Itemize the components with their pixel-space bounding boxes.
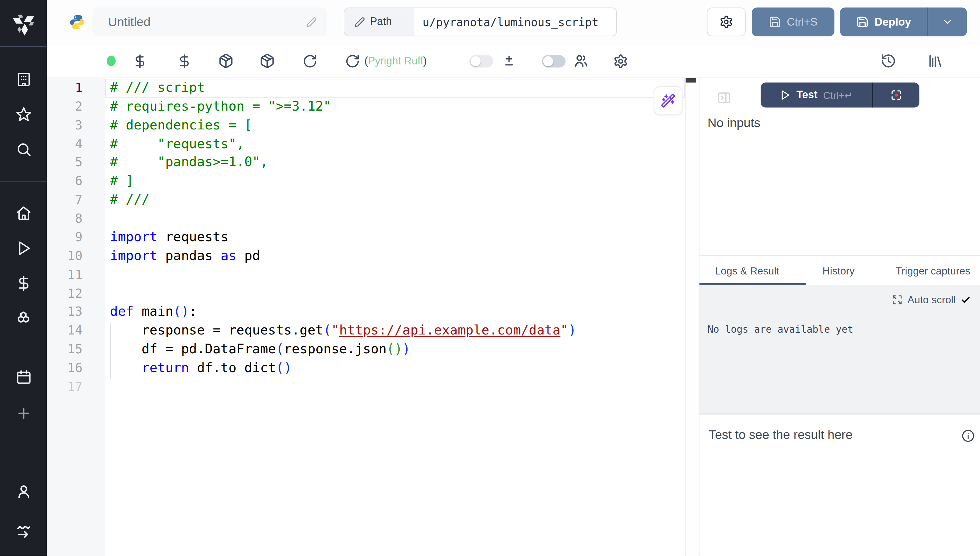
save-draft-button[interactable]: Ctrl+S: [752, 8, 835, 37]
package-icon: [260, 53, 275, 69]
path-label-segment: Path: [344, 8, 414, 36]
path-field[interactable]: Path u/pyranota/luminous_script: [344, 8, 617, 37]
editor-settings-button[interactable]: [613, 44, 628, 78]
code-line[interactable]: 15 df = pd.DataFrame(response.json()): [47, 340, 685, 359]
tab-logs-result[interactable]: Logs & Result: [715, 265, 779, 283]
code-text: # "pandas>=1.0",: [110, 154, 268, 172]
line-number: 9: [47, 228, 82, 247]
header: Untitled Path u/pyranota/luminous_script: [47, 0, 980, 44]
magic-wand-icon: [661, 93, 676, 108]
dependencies-button[interactable]: [260, 44, 275, 78]
tab-trigger-captures[interactable]: Trigger captures: [896, 265, 980, 283]
tab-history[interactable]: History: [822, 265, 854, 283]
editor-scrollbar[interactable]: [685, 78, 696, 556]
line-number: 4: [47, 135, 82, 154]
code-line[interactable]: 13def main():: [47, 303, 685, 322]
lsp-status-dot: [107, 44, 116, 78]
line-number: 8: [47, 210, 82, 228]
code-line[interactable]: 3# dependencies = [: [47, 116, 685, 135]
sidebar-divider-mid: [0, 181, 47, 182]
logs-area: Auto scroll No logs are available yet: [700, 285, 980, 413]
multiplayer-toggle[interactable]: [542, 44, 566, 78]
code-line[interactable]: 12: [47, 284, 685, 303]
code-line[interactable]: 14 response = requests.get("https://api.…: [47, 322, 685, 340]
code-line[interactable]: 16 return df.to_dict(): [47, 359, 685, 377]
lint-status-label: (Pyright Ruff): [364, 44, 427, 78]
play-icon: [15, 240, 31, 256]
assets-button[interactable]: [132, 44, 148, 78]
resources-button[interactable]: [218, 44, 234, 78]
code-line[interactable]: 10import pandas as pd: [47, 247, 685, 265]
user-icon: [15, 483, 31, 499]
library-button[interactable]: [927, 44, 943, 78]
building-icon: [15, 71, 31, 87]
code-text: # requires-python = ">=3.12": [110, 97, 331, 116]
diff-mode-toggle[interactable]: [469, 44, 493, 78]
sidebar-item-schedules[interactable]: [0, 369, 47, 385]
collapse-panel-button[interactable]: [717, 91, 731, 105]
sidebar-item-workspace[interactable]: [0, 71, 47, 87]
line-number: 7: [47, 191, 82, 210]
code-text: # ///: [110, 191, 149, 210]
code-line[interactable]: 17: [47, 378, 685, 396]
sidebar-item-resources[interactable]: [0, 311, 47, 327]
auto-scroll-control[interactable]: Auto scroll: [892, 294, 970, 305]
test-button-group: Test Ctrl+↵: [761, 82, 919, 108]
check-icon: [961, 295, 970, 305]
code-text: # ]: [110, 172, 134, 191]
app-logo[interactable]: [0, 10, 47, 37]
deploy-options-button[interactable]: [927, 8, 967, 37]
home-icon: [15, 205, 31, 221]
code-line[interactable]: 8: [47, 210, 685, 228]
test-shortcut-label: Ctrl+↵: [823, 89, 853, 101]
code-line[interactable]: 4# "requests",: [47, 135, 685, 153]
code-line[interactable]: 6# ]: [47, 172, 685, 191]
restart-lsp-button[interactable]: [345, 44, 360, 78]
path-value[interactable]: u/pyranota/luminous_script: [414, 8, 616, 36]
sidebar-item-add[interactable]: [0, 405, 47, 421]
deploy-button-group: Deploy: [840, 8, 967, 37]
code-line[interactable]: 7# ///: [47, 191, 685, 210]
code-editor[interactable]: 1# /// script2# requires-python = ">=3.1…: [47, 78, 699, 556]
code-line[interactable]: 9import requests: [47, 228, 685, 247]
panel-divider: [700, 255, 980, 255]
history-button[interactable]: [881, 44, 896, 78]
line-number: 11: [47, 266, 82, 284]
sidebar-item-runs[interactable]: [0, 240, 47, 256]
sidebar-item-search[interactable]: [0, 141, 47, 157]
code-line[interactable]: 5# "pandas>=1.0",: [47, 154, 685, 172]
script-settings-button[interactable]: [707, 8, 746, 37]
capture-test-button[interactable]: [873, 82, 919, 108]
ai-assistant-button[interactable]: [654, 86, 682, 115]
sidebar-item-favorites[interactable]: [0, 106, 47, 122]
code-line[interactable]: 2# requires-python = ">=3.12": [47, 97, 685, 116]
code-line[interactable]: 11: [47, 266, 685, 284]
sidebar: [0, 0, 47, 556]
sidebar-item-variables[interactable]: [0, 275, 47, 291]
line-number: 6: [47, 172, 82, 191]
package-icon: [218, 53, 234, 69]
sidebar-item-home[interactable]: [0, 205, 47, 221]
script-title-field[interactable]: Untitled: [93, 8, 327, 37]
code-line[interactable]: 1# /// script: [47, 79, 685, 97]
focus-capture-icon: [890, 89, 903, 102]
variables-button[interactable]: [177, 44, 192, 78]
reload-button[interactable]: [303, 44, 318, 78]
sidebar-item-account[interactable]: [0, 483, 47, 499]
test-button[interactable]: Test Ctrl+↵: [761, 82, 872, 108]
deploy-button[interactable]: Deploy: [840, 8, 928, 37]
history-icon: [881, 53, 896, 69]
no-inputs-label: No inputs: [708, 116, 760, 130]
windmill-logo-icon: [10, 10, 37, 37]
line-number: 1: [47, 79, 82, 98]
sidebar-item-switch-mode[interactable]: [0, 523, 47, 540]
editor-toolbar: (Pyright Ruff): [47, 44, 980, 78]
line-number: 13: [47, 303, 82, 322]
info-icon[interactable]: [961, 429, 975, 443]
code-text: import pandas as pd: [110, 247, 260, 266]
path-label: Path: [370, 16, 392, 28]
code-text: # "requests",: [110, 135, 244, 154]
script-title: Untitled: [108, 15, 306, 29]
line-number: 5: [47, 154, 82, 172]
save-icon: [856, 16, 869, 28]
